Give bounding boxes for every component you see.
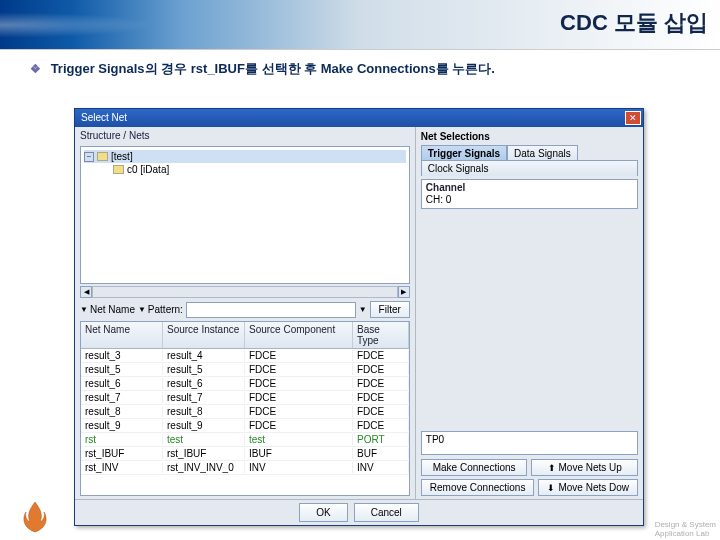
table-cell: result_6 — [81, 378, 163, 389]
table-cell: rst_IBUF — [81, 448, 163, 459]
table-cell: result_7 — [163, 392, 245, 403]
table-cell: FDCE — [353, 350, 409, 361]
pattern-dropdown[interactable]: ▼Pattern: — [138, 304, 183, 315]
close-icon: ✕ — [629, 109, 637, 127]
chevron-down-icon: ▼ — [80, 305, 88, 314]
table-cell: FDCE — [245, 420, 353, 431]
right-pane: Net Selections Trigger Signals Data Sign… — [416, 127, 643, 499]
table-body[interactable]: result_3result_4FDCEFDCEresult_5result_5… — [81, 349, 409, 495]
channel-label: Channel — [426, 182, 633, 193]
table-row[interactable]: result_9result_9FDCEFDCE — [81, 419, 409, 433]
net-selections-title: Net Selections — [421, 130, 638, 145]
move-nets-up-button[interactable]: ⬆Move Nets Up — [531, 459, 638, 476]
filter-row: ▼Net Name ▼Pattern: ▼ Filter — [75, 298, 415, 321]
move-nets-down-button[interactable]: ⬇Move Nets Dow — [538, 479, 638, 496]
ok-button[interactable]: OK — [299, 503, 347, 522]
table-cell: rst_INV — [81, 462, 163, 473]
tree-scrollbar[interactable]: ◀ ▶ — [80, 286, 410, 298]
left-pane: Structure / Nets − [test] + c0 [iData] ◀… — [75, 127, 416, 499]
table-cell: FDCE — [245, 364, 353, 375]
table-cell: FDCE — [353, 406, 409, 417]
table-cell: FDCE — [245, 392, 353, 403]
table-cell: rst — [81, 434, 163, 445]
table-header-row: Net Name Source Instance Source Componen… — [81, 322, 409, 349]
tree-child-label: c0 [iData] — [127, 164, 169, 175]
select-net-dialog: Select Net ✕ Structure / Nets − [test] +… — [74, 108, 644, 526]
table-cell: result_8 — [163, 406, 245, 417]
tree-child[interactable]: + c0 [iData] — [84, 163, 406, 176]
arrow-down-icon: ⬇ — [547, 483, 555, 493]
cancel-button[interactable]: Cancel — [354, 503, 419, 522]
pattern-input[interactable] — [186, 302, 356, 318]
structure-tree[interactable]: − [test] + c0 [iData] — [80, 146, 410, 284]
table-row[interactable]: rsttesttestPORT — [81, 433, 409, 447]
net-name-dropdown[interactable]: ▼Net Name — [80, 304, 135, 315]
col-source-component[interactable]: Source Component — [245, 322, 353, 348]
col-base-type[interactable]: Base Type — [353, 322, 409, 348]
slide-bullet: ❖ Trigger Signals의 경우 rst_IBUF를 선택한 후 Ma… — [0, 50, 720, 81]
table-cell: result_9 — [163, 420, 245, 431]
breadcrumb: Structure / Nets — [75, 127, 415, 144]
scroll-left-icon[interactable]: ◀ — [80, 286, 92, 298]
logo-icon — [20, 500, 50, 534]
signal-tabs-row2: Clock Signals — [421, 160, 638, 176]
tp-box[interactable]: TP0 — [421, 431, 638, 455]
table-row[interactable]: result_3result_4FDCEFDCE — [81, 349, 409, 363]
table-row[interactable]: result_7result_7FDCEFDCE — [81, 391, 409, 405]
slide-header: CDC 모듈 삽입 — [0, 0, 720, 50]
collapse-icon[interactable]: − — [84, 152, 94, 162]
table-cell: FDCE — [353, 392, 409, 403]
table-cell: FDCE — [353, 378, 409, 389]
table-cell: result_3 — [81, 350, 163, 361]
scroll-track[interactable] — [92, 286, 398, 298]
scroll-right-icon[interactable]: ▶ — [398, 286, 410, 298]
channel-box[interactable]: Channel CH: 0 — [421, 179, 638, 209]
dialog-titlebar[interactable]: Select Net ✕ — [75, 109, 643, 127]
tab-trigger-signals[interactable]: Trigger Signals — [421, 145, 507, 161]
table-cell: BUF — [353, 448, 409, 459]
table-cell: result_6 — [163, 378, 245, 389]
table-cell: result_8 — [81, 406, 163, 417]
spacer — [421, 209, 638, 431]
table-cell: INV — [245, 462, 353, 473]
filter-button[interactable]: Filter — [370, 301, 410, 318]
col-source-instance[interactable]: Source Instance — [163, 322, 245, 348]
arrow-up-icon: ⬆ — [548, 463, 556, 473]
table-cell: IBUF — [245, 448, 353, 459]
channel-item[interactable]: CH: 0 — [426, 193, 633, 206]
tab-data-signals[interactable]: Data Signals — [507, 145, 578, 161]
table-row[interactable]: rst_IBUFrst_IBUFIBUFBUF — [81, 447, 409, 461]
table-cell: result_7 — [81, 392, 163, 403]
table-row[interactable]: result_8result_8FDCEFDCE — [81, 405, 409, 419]
table-row[interactable]: rst_INVrst_INV_INV_0INVINV — [81, 461, 409, 475]
close-button[interactable]: ✕ — [625, 111, 641, 125]
table-cell: PORT — [353, 434, 409, 445]
table-cell: result_9 — [81, 420, 163, 431]
table-cell: rst_INV_INV_0 — [163, 462, 245, 473]
chevron-down-icon: ▼ — [359, 305, 367, 314]
tree-root-label: [test] — [111, 151, 133, 162]
nets-table: Net Name Source Instance Source Componen… — [80, 321, 410, 496]
table-cell: test — [163, 434, 245, 445]
table-cell: INV — [353, 462, 409, 473]
table-row[interactable]: result_6result_6FDCEFDCE — [81, 377, 409, 391]
filter-options[interactable]: ▼ — [359, 305, 367, 314]
remove-connections-button[interactable]: Remove Connections — [421, 479, 535, 496]
folder-icon — [113, 165, 124, 174]
tree-root[interactable]: − [test] — [84, 150, 406, 163]
slide-title: CDC 모듈 삽입 — [560, 8, 708, 38]
make-connections-button[interactable]: Make Connections — [421, 459, 528, 476]
watermark: Design & SystemApplication Lab — [655, 520, 716, 538]
diamond-bullet-icon: ❖ — [30, 62, 41, 76]
table-cell: result_5 — [163, 364, 245, 375]
tab-clock-signals[interactable]: Clock Signals — [421, 160, 638, 176]
table-cell: rst_IBUF — [163, 448, 245, 459]
table-cell: result_5 — [81, 364, 163, 375]
dialog-title: Select Net — [81, 109, 127, 127]
table-row[interactable]: result_5result_5FDCEFDCE — [81, 363, 409, 377]
col-net-name[interactable]: Net Name — [81, 322, 163, 348]
table-cell: result_4 — [163, 350, 245, 361]
table-cell: FDCE — [353, 364, 409, 375]
table-cell: FDCE — [353, 420, 409, 431]
table-cell: FDCE — [245, 378, 353, 389]
